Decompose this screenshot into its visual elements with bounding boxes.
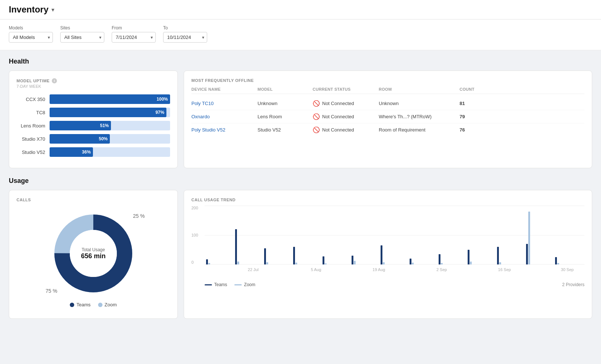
trend-legend-zoom: Zoom: [234, 282, 255, 287]
trend-x-label: 30 Sep: [552, 267, 583, 272]
not-connected-icon: 🚫: [313, 113, 320, 120]
bar-group: [439, 254, 467, 264]
models-select[interactable]: All Models: [9, 32, 53, 43]
trend-legend: Teams Zoom 2 Providers: [205, 282, 584, 287]
bar-track: 36%: [50, 147, 170, 157]
device-name-link[interactable]: Poly TC10: [191, 101, 258, 106]
zoom-dot: [98, 303, 102, 307]
uptime-bars: CCX 350 100% TC8 97% Lens Room 51% Studi…: [17, 94, 170, 157]
trend-x-label: [332, 267, 363, 272]
calls-label: CALLS: [17, 198, 170, 202]
bar-group: [293, 247, 321, 264]
trend-x-label: [395, 267, 426, 272]
from-label: From: [112, 25, 156, 30]
donut-center-label: Total Usage: [81, 247, 105, 252]
bar-row: TC8 97%: [17, 108, 170, 117]
trend-teams-line: [205, 284, 212, 285]
count-cell: 76: [460, 127, 489, 133]
trend-zoom-label: Zoom: [244, 282, 255, 287]
from-filter-group: From 7/11/2024: [112, 25, 156, 43]
trend-bar-zoom: [354, 261, 356, 264]
trend-bar-zoom: [499, 262, 501, 264]
providers-label: 2 Providers: [562, 282, 584, 287]
bar-group: [264, 248, 292, 264]
model-cell: Lens Room: [258, 114, 313, 119]
bar-fill: 36%: [50, 147, 93, 157]
bar-fill: 97%: [50, 108, 166, 117]
to-select-wrapper: 10/11/2024: [163, 32, 207, 43]
col-model: MODEL: [258, 87, 313, 91]
bar-row: Studio X70 50%: [17, 134, 170, 144]
donut-container: Total Usage 656 min 75 % 25 % Teams: [17, 206, 170, 311]
status-text: Not Connected: [322, 101, 354, 106]
bar-row: Studio V52 36%: [17, 147, 170, 157]
trend-bar-zoom: [383, 262, 385, 264]
bar-group: [468, 250, 496, 264]
legend-zoom: Zoom: [98, 302, 117, 307]
bar-pct: 50%: [99, 136, 108, 141]
sites-select[interactable]: All Sites: [60, 32, 104, 43]
model-uptime-card: MODEL UPTIME i 7-DAY WEEK CCX 350 100% T…: [9, 71, 178, 168]
trend-bar-zoom: [266, 262, 268, 264]
bar-fill: 100%: [50, 94, 170, 104]
pct-75-label: 75 %: [46, 288, 57, 294]
to-filter-group: To 10/11/2024: [163, 25, 207, 43]
uptime-card-subtitle: MODEL UPTIME i: [17, 78, 170, 83]
offline-card: MOST FREQUENTLY OFFLINE DEVICE NAME MODE…: [184, 71, 592, 168]
trend-x-label: [457, 267, 489, 272]
usage-cards: CALLS Total U: [9, 190, 592, 319]
info-icon[interactable]: i: [52, 78, 57, 83]
trend-bar-teams: [381, 245, 382, 264]
y-label-100: 100: [191, 233, 198, 237]
offline-card-title: MOST FREQUENTLY OFFLINE: [191, 78, 584, 83]
table-row: Oxnardo Lens Room 🚫 Not Connected Where'…: [191, 110, 584, 123]
trend-bar-zoom: [325, 263, 327, 264]
trend-card: CALL USAGE TREND 200 100 0: [184, 190, 592, 319]
donut-center: Total Usage 656 min: [81, 247, 105, 260]
health-title: Health: [9, 58, 592, 65]
trend-bar-teams: [352, 256, 353, 264]
sites-select-wrapper: All Sites: [60, 32, 104, 43]
from-select[interactable]: 7/11/2024: [112, 32, 156, 43]
col-room: ROOM: [379, 87, 460, 91]
count-cell: 81: [460, 101, 489, 106]
bar-group: [381, 245, 409, 264]
bar-group: [235, 229, 263, 264]
usage-section: Usage CALLS: [9, 177, 592, 319]
chevron-down-icon[interactable]: ▾: [51, 6, 54, 13]
trend-bar-teams: [264, 248, 266, 264]
table-row: Poly Studio V52 Studio V52 🚫 Not Connect…: [191, 123, 584, 136]
pct-25-label: 25 %: [133, 213, 145, 219]
trend-bar-zoom: [412, 263, 414, 264]
calls-card: CALLS Total U: [9, 190, 178, 319]
bar-pct: 97%: [155, 110, 164, 115]
bar-pct: 100%: [156, 97, 168, 102]
trend-x-label: [206, 267, 238, 272]
teams-dot: [70, 303, 74, 307]
room-cell: Unknown: [379, 101, 460, 106]
trend-zoom-line: [234, 284, 242, 285]
offline-rows: Poly TC10 Unknown 🚫 Not Connected Unknow…: [191, 97, 584, 136]
to-select[interactable]: 10/11/2024: [163, 32, 207, 43]
table-row: Poly TC10 Unknown 🚫 Not Connected Unknow…: [191, 97, 584, 110]
status-cell: 🚫 Not Connected: [313, 113, 379, 120]
trend-label: CALL USAGE TREND: [191, 198, 584, 202]
device-name-link[interactable]: Oxnardo: [191, 114, 258, 119]
uptime-period: 7-DAY WEEK: [17, 84, 170, 89]
col-status: CURRENT STATUS: [313, 87, 379, 91]
bar-label: TC8: [17, 110, 50, 115]
room-cell: Where's Th...? (MTRoW): [379, 114, 460, 119]
trend-bar-zoom: [470, 262, 472, 264]
not-connected-icon: 🚫: [313, 100, 320, 107]
sites-label: Sites: [60, 25, 104, 30]
device-name-link[interactable]: Poly Studio V52: [191, 127, 258, 133]
trend-bar-zoom: [237, 262, 239, 264]
trend-bar-zoom: [295, 263, 297, 264]
bars-area: 22 Jul5 Aug19 Aug2 Sep16 Sep30 Sep: [205, 206, 584, 272]
bar-group: [206, 259, 234, 264]
bar-group: [526, 212, 554, 264]
legend-teams: Teams: [70, 302, 90, 307]
donut-wrapper: Total Usage 656 min 75 % 25 %: [49, 209, 137, 298]
trend-legend-teams: Teams: [205, 282, 227, 287]
models-filter-group: Models All Models: [9, 25, 53, 43]
